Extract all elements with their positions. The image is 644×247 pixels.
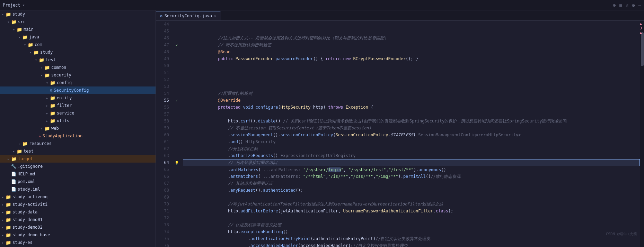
minimize-icon[interactable]: — <box>638 2 641 8</box>
sidebar-item-securityconfig[interactable]: ⚙ SecurityConfig <box>0 86 156 94</box>
list-icon[interactable]: ≡ <box>619 2 622 8</box>
sidebar-item-security[interactable]: ▾ 📁 security <box>0 71 156 79</box>
line-num: 45 <box>156 28 170 35</box>
folder-icon: 📁 <box>39 57 44 63</box>
expand-arrow: ▸ <box>44 111 50 115</box>
gitignore-icon: 🔧 <box>11 164 16 169</box>
line-numbers: 44 45 46 47 48 49 50 51 52 53 54 55 56 5… <box>156 21 173 247</box>
title-bar: Project ▾ ⊕ ≡ ⇄ ⚙ — <box>0 0 644 10</box>
sidebar-item-label: study-activiti <box>12 202 47 207</box>
sidebar-item-entity[interactable]: ▸ 📁 entity <box>0 94 156 102</box>
sidebar-item-label: study.iml <box>18 187 40 192</box>
sidebar-item-service[interactable]: ▸ 📁 service <box>0 109 156 117</box>
add-icon[interactable]: ⊕ <box>613 2 616 8</box>
line-num: 46 <box>156 35 170 42</box>
line-num: 62 <box>156 145 170 152</box>
folder-icon: 📁 <box>6 225 11 230</box>
sidebar-item-label: SecurityConfig <box>54 88 89 93</box>
sidebar-item-filter[interactable]: ▸ 📁 filter <box>0 102 156 109</box>
gutter-item <box>173 242 180 247</box>
scrollbar-track[interactable]: ▲ 3 ▲ <box>640 21 644 247</box>
sidebar-item-label: filter <box>57 103 72 108</box>
code-line-55: protected void configure(HttpSecurity ht… <box>183 97 640 104</box>
editor-content: 44 45 46 47 48 49 50 51 52 53 54 55 56 5… <box>156 21 644 247</box>
sidebar-item-study2[interactable]: ▾ 📁 study <box>0 48 156 56</box>
line-num: 70 <box>156 201 170 208</box>
sidebar-item-study-es[interactable]: ▸ 📁 study-es <box>0 239 156 246</box>
sidebar[interactable]: ▾ 📁 study ▾ 📁 src ▾ 📁 main ▾ 📁 java <box>0 10 156 247</box>
sidebar-item-pomxml[interactable]: 📄 pom.xml <box>0 178 156 185</box>
gutter-item <box>173 69 180 76</box>
folder-icon: 📁 <box>11 156 17 162</box>
sidebar-item-label: utils <box>57 118 69 123</box>
gutter-item <box>173 28 180 35</box>
sidebar-item-study-activiti[interactable]: ▸ 📁 study-activiti <box>0 201 156 208</box>
code-line-74: .authenticationEntryPoint(authentication… <box>183 228 640 235</box>
code-line-50 <box>183 62 640 69</box>
sidebar-item-label: service <box>57 111 74 116</box>
gutter-item <box>173 145 180 152</box>
code-line-66: // 其他请求都需要认证 <box>183 173 640 180</box>
gutter-item <box>173 90 180 97</box>
sidebar-item-test2[interactable]: ▸ 📁 test <box>0 147 156 155</box>
sidebar-item-study-demo01[interactable]: ▸ 📁 study-demo01 <box>0 216 156 223</box>
sidebar-item-com[interactable]: ▾ 📁 com <box>0 41 156 48</box>
sidebar-item-studyapplication[interactable]: ☕ StudyApplication <box>0 132 156 140</box>
sidebar-item-label: StudyApplication <box>43 134 83 138</box>
sidebar-item-web[interactable]: ▸ 📁 web <box>0 125 156 132</box>
gutter-item <box>173 55 180 62</box>
sidebar-item-label: web <box>51 126 59 131</box>
line-num: 54 <box>156 90 170 97</box>
sidebar-item-helpmd[interactable]: 📄 HELP.md <box>0 170 156 178</box>
line-num: 74 <box>156 228 170 235</box>
title-bar-left: Project ▾ <box>3 3 25 8</box>
sidebar-item-studyiml[interactable]: 📄 study.iml <box>0 185 156 193</box>
sidebar-item-utils[interactable]: ▸ 📁 utils <box>0 117 156 125</box>
gutter-item <box>173 180 180 187</box>
code-line-62: .authorizeRequests() ExpressionIntercept… <box>183 145 640 152</box>
expand-arrow: ▸ <box>0 226 6 229</box>
sidebar-item-config[interactable]: ▾ 📁 config <box>0 79 156 86</box>
expand-arrow: ▾ <box>6 20 11 24</box>
code-area[interactable]: //注入加密方式-- 后面就会使用这种方式进行对密码的对比（明文与密码的对比是否… <box>180 21 640 247</box>
code-line-65: .antMatchers( ...antPatterns: "/**html",… <box>183 166 640 173</box>
sync-icon[interactable]: ⇄ <box>626 2 628 8</box>
sidebar-item-study-demo-base[interactable]: ▸ 📁 study-demo-base <box>0 231 156 239</box>
code-line-71 <box>183 208 640 214</box>
sidebar-item-src[interactable]: ▾ 📁 src <box>0 18 156 26</box>
sidebar-item-test[interactable]: ▾ 📁 test <box>0 56 156 64</box>
sidebar-item-common[interactable]: ▸ 📁 common <box>0 64 156 71</box>
sidebar-item-study[interactable]: ▾ 📁 study <box>0 10 156 18</box>
line-num: 50 <box>156 62 170 69</box>
sidebar-item-resources[interactable]: ▸ 📁 resources <box>0 140 156 147</box>
sidebar-item-label: resources <box>29 141 52 146</box>
sidebar-item-study-activemq[interactable]: ▸ 📁 study-activemq <box>0 193 156 201</box>
folder-icon: 📁 <box>6 202 11 207</box>
code-line-59: .sessionManagement().sessionCreationPoli… <box>183 125 640 131</box>
scrollbar-thumb[interactable] <box>641 32 644 66</box>
tab-close-button[interactable]: × <box>214 14 216 18</box>
line-num: 61 <box>156 138 170 145</box>
sidebar-item-main[interactable]: ▾ 📁 main <box>0 26 156 33</box>
sidebar-item-label: study-demo02 <box>12 225 43 230</box>
expand-arrow: ▸ <box>44 119 50 123</box>
line-num: 66 <box>156 173 170 180</box>
line-num: 56 <box>156 104 170 111</box>
expand-arrow: ▸ <box>0 233 6 237</box>
line-num: 71 <box>156 208 170 214</box>
sidebar-item-gitignore[interactable]: 🔧 .gitignore <box>0 163 156 170</box>
sidebar-item-label: entity <box>57 95 72 100</box>
sidebar-item-study-demo02[interactable]: ▸ 📁 study-demo02 <box>0 223 156 231</box>
code-line-69: //将jwtAuthenticationTokenFilter过滤器注入到Use… <box>183 194 640 201</box>
gutter-item <box>173 76 180 83</box>
sidebar-item-label: src <box>18 19 26 24</box>
gutter-item <box>173 83 180 90</box>
gear-icon[interactable]: ⚙ <box>632 2 635 8</box>
sidebar-item-study-data[interactable]: ▸ 📁 study-data <box>0 208 156 216</box>
tab-securityconfig[interactable]: ⚙ SecurityConfig.java × <box>156 11 221 20</box>
sidebar-item-java[interactable]: ▾ 📁 java <box>0 33 156 41</box>
expand-arrow: ▾ <box>11 28 17 31</box>
line-num: 52 <box>156 76 170 83</box>
dropdown-icon[interactable]: ▾ <box>23 3 25 8</box>
sidebar-item-target[interactable]: ▸ 📁 target <box>0 155 156 163</box>
